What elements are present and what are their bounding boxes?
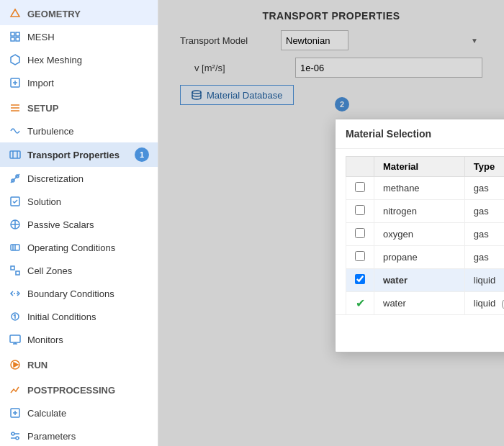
propane-checkbox[interactable] xyxy=(355,251,365,261)
modal-title: Material Selection xyxy=(346,128,431,140)
water-checkbox[interactable] xyxy=(355,274,365,284)
sidebar-item-setup[interactable]: SETUP xyxy=(0,94,158,119)
water-selected-name: water xyxy=(374,292,465,315)
sidebar-item-mesh[interactable]: MESH xyxy=(0,25,158,48)
sidebar-item-parameters[interactable]: Parameters xyxy=(0,424,158,446)
svg-marker-0 xyxy=(11,9,19,17)
nitrogen-name: nitrogen xyxy=(374,200,465,223)
selected-badge: (selected) xyxy=(501,299,504,309)
sidebar-item-initial-conditions[interactable]: Initial Conditions xyxy=(0,305,158,328)
sidebar-item-discretization[interactable]: Discretization xyxy=(0,167,158,190)
conditions-icon xyxy=(9,241,22,254)
svg-rect-3 xyxy=(11,37,14,41)
sidebar-item-monitors[interactable]: Monitors xyxy=(0,328,158,351)
calculate-icon xyxy=(9,406,22,419)
water-selected-row: ✔ water liquid(selected) ⋮ xyxy=(346,292,505,315)
run-icon xyxy=(9,358,22,371)
nitrogen-checkbox[interactable] xyxy=(355,205,365,215)
svg-rect-26 xyxy=(16,271,19,275)
methane-type: gas xyxy=(464,177,504,200)
sidebar-item-run[interactable]: RUN xyxy=(0,351,158,376)
svg-marker-35 xyxy=(14,363,18,367)
modal-title-bar: Material Selection × xyxy=(336,119,504,149)
propane-name: propane xyxy=(374,246,465,269)
setup-icon xyxy=(9,101,22,114)
sidebar-item-turbulence[interactable]: Turbulence xyxy=(0,119,158,142)
sidebar-item-transport-properties[interactable]: Transport Properties 1 xyxy=(0,142,158,167)
sidebar-item-import[interactable]: Import xyxy=(0,71,158,94)
material-table-scroll[interactable]: Material Type ⋮ methane gas ⋮ nitrogen xyxy=(336,149,504,314)
sidebar-item-operating-conditions[interactable]: Operating Conditions xyxy=(0,236,158,259)
turbulence-icon xyxy=(9,124,22,137)
svg-rect-2 xyxy=(16,32,19,36)
table-header-row: Material Type ⋮ xyxy=(346,157,505,177)
initial-icon xyxy=(9,310,22,323)
import-icon xyxy=(9,76,22,89)
svg-rect-4 xyxy=(16,37,19,41)
sidebar-item-boundary-conditions[interactable]: Boundary Conditions xyxy=(0,282,158,305)
svg-rect-12 xyxy=(10,151,20,158)
svg-point-41 xyxy=(12,432,14,435)
mesh-icon xyxy=(9,30,22,43)
svg-point-42 xyxy=(16,437,19,440)
monitors-icon xyxy=(9,333,22,346)
badge-1: 1 xyxy=(135,147,149,162)
sidebar-item-hex-meshing[interactable]: Hex Meshing xyxy=(0,48,158,71)
material-selection-modal: Material Selection × Material Type ⋮ met… xyxy=(335,119,504,352)
sidebar-item-passive-scalars[interactable]: Passive Scalars xyxy=(0,213,158,236)
nitrogen-type: gas xyxy=(464,200,504,223)
svg-rect-1 xyxy=(11,32,14,36)
water-checkbox-type: liquid xyxy=(464,269,504,292)
scalars-icon xyxy=(9,218,22,231)
table-row: oxygen gas ⋮ xyxy=(346,223,505,246)
sidebar-item-calculate[interactable]: Calculate xyxy=(0,401,158,424)
post-icon xyxy=(9,383,22,396)
sidebar-item-solution[interactable]: Solution xyxy=(0,190,158,213)
svg-rect-25 xyxy=(11,266,14,270)
methane-name: methane xyxy=(374,177,465,200)
transport-icon xyxy=(9,148,22,161)
sidebar-item-geometry[interactable]: GEOMETRY xyxy=(0,0,158,25)
discretization-icon xyxy=(9,172,22,185)
table-row: methane gas ⋮ xyxy=(346,177,505,200)
solution-icon xyxy=(9,195,22,208)
water-selected-check: ✔ xyxy=(356,297,365,309)
water-checkbox-name: water xyxy=(374,269,465,292)
propane-type: gas xyxy=(464,246,504,269)
hex-icon xyxy=(9,53,22,66)
parameters-icon xyxy=(9,429,22,442)
geometry-icon xyxy=(9,7,22,20)
boundary-icon xyxy=(9,287,22,300)
cell-icon xyxy=(9,264,22,277)
sidebar-item-cell-zones[interactable]: Cell Zones xyxy=(0,259,158,282)
material-table: Material Type ⋮ methane gas ⋮ nitrogen xyxy=(346,156,504,314)
sidebar: GEOMETRY MESH Hex Meshing Import xyxy=(0,0,158,446)
table-row: propane gas ⋮ xyxy=(346,246,505,269)
svg-rect-31 xyxy=(10,335,20,342)
water-selected-type: liquid(selected) xyxy=(464,292,504,315)
oxygen-name: oxygen xyxy=(374,223,465,246)
table-row: nitrogen gas ⋮ xyxy=(346,200,505,223)
sidebar-item-postprocessing[interactable]: POSTPROCESSING xyxy=(0,376,158,401)
methane-checkbox[interactable] xyxy=(355,182,365,192)
water-checkbox-row: water liquid ⋮ xyxy=(346,269,505,292)
header-check-col xyxy=(346,157,374,177)
modal-footer: Apply Cancel xyxy=(336,314,504,352)
main-content: TRANSPORT PROPERTIES Transport Model New… xyxy=(158,0,504,446)
header-material: Material xyxy=(374,157,465,177)
svg-marker-5 xyxy=(11,55,19,65)
oxygen-type: gas xyxy=(464,223,504,246)
header-type: Type xyxy=(464,157,504,177)
oxygen-checkbox[interactable] xyxy=(355,228,365,238)
